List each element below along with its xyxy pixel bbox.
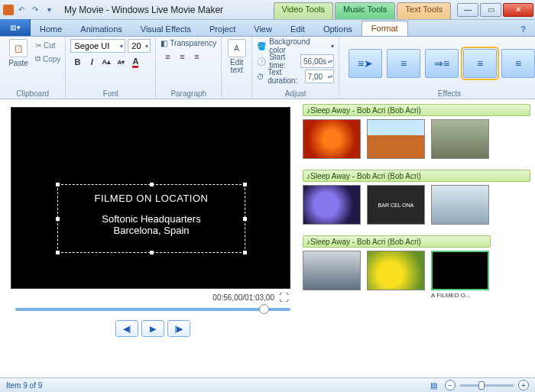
cut-button[interactable]: ✂Cut [35,39,60,51]
copy-icon: ⧉ [35,54,41,63]
font-family-combo[interactable]: Segoe UI [70,39,125,53]
align-right-button[interactable]: ≡ [190,50,203,63]
seek-thumb[interactable] [259,304,269,314]
status-bar: Item 9 of 9 ▤ − + [0,377,535,392]
bold-button[interactable]: B [70,55,84,69]
qat-dropdown-icon[interactable]: ▾ [43,4,55,16]
audio-track-2[interactable]: ♪ Sleep Away - Bob Acri (Bob Acri) [303,170,530,182]
effect-item-4[interactable]: ≡ [463,49,497,78]
clip-desert[interactable] [367,119,425,159]
effects-gallery: ≡➤ ≡ ⇒≡ ≡ ≡ ▴▾▿ [344,39,535,88]
clip-flower[interactable] [303,119,361,159]
transparency-icon: ◧ [160,39,167,47]
zoom-control: − + [445,380,529,390]
edit-text-label: Edit text [230,59,243,74]
group-label-edit-text [226,97,247,99]
tab-animations[interactable]: Animations [71,22,131,36]
tab-visual-effects[interactable]: Visual Effects [131,22,200,36]
storyboard-pane[interactable]: ♪ Sleep Away - Bob Acri (Bob Acri) ♪ Sle… [301,99,535,377]
font-color-button[interactable]: A [128,55,142,69]
titlebar: ↶ ↷ ▾ My Movie - Windows Live Movie Make… [0,0,535,20]
tab-options[interactable]: Options [314,22,362,36]
next-frame-button[interactable]: |▶ [167,320,190,337]
shrink-font-button[interactable]: A▾ [114,55,128,69]
group-adjust: 🪣Background color▾ 🕒Start time:56,00s ⏱T… [252,37,339,99]
zoom-in-button[interactable]: + [518,380,529,390]
edit-text-button[interactable]: A Edit text [226,39,247,74]
fullscreen-icon[interactable]: ⛶ [279,292,289,303]
group-clipboard: 📋 Paste ✂Cut ⧉Copy Clipboard [0,37,66,99]
file-menu-button[interactable]: ▥▾ [0,19,31,36]
app-menu-icon[interactable] [3,5,14,15]
audio-track-1[interactable]: ♪ Sleep Away - Bob Acri (Bob Acri) [303,104,530,116]
undo-icon[interactable]: ↶ [15,4,28,16]
tab-view[interactable]: View [245,22,281,36]
maximize-button[interactable]: ▭ [480,3,501,17]
tool-tab-video[interactable]: Video Tools [274,2,333,19]
window-title: My Movie - Windows Live Movie Maker [58,5,274,15]
clip-group-1: ♪ Sleep Away - Bob Acri (Bob Acri) [303,104,530,159]
effect-item-2[interactable]: ≡ [387,49,420,78]
clip-title-card[interactable] [431,251,489,290]
clip-koala[interactable] [431,119,489,159]
tab-project[interactable]: Project [200,22,245,36]
text-line-1: FILMED ON LOCATION [58,193,245,204]
duration-icon: ⏱ [257,73,264,81]
transparency-button[interactable]: ◧Transparency [160,39,216,47]
tool-tab-music[interactable]: Music Tools [335,2,395,19]
main-area: FILMED ON LOCATION Softonic Headquarters… [0,99,535,377]
effect-item-5[interactable]: ≡ [501,49,535,78]
seek-bar[interactable] [15,308,290,311]
zoom-thumb[interactable] [478,381,485,390]
minimize-button[interactable]: — [457,3,478,17]
group-label-effects: Effects [344,89,535,99]
clip-tulips[interactable] [367,251,425,290]
prev-frame-button[interactable]: ◀| [115,320,138,337]
zoom-out-button[interactable]: − [445,380,456,390]
window-controls: — ▭ ✕ [457,3,535,17]
thumbnail-size-icon[interactable]: ▤ [430,381,437,390]
grow-font-button[interactable]: A▴ [99,55,113,69]
effect-item-3[interactable]: ⇒≡ [425,49,459,78]
clip-bcn[interactable]: BAR CEL ONA [367,185,425,225]
close-button[interactable]: ✕ [503,3,533,17]
clip-office[interactable] [431,185,489,225]
play-button[interactable]: ▶ [141,320,164,337]
tab-format[interactable]: Format [362,21,408,36]
text-edit-box[interactable]: FILMED ON LOCATION Softonic Headquarters… [57,184,245,253]
start-time-input[interactable]: 56,00s [300,54,334,68]
zoom-slider[interactable] [460,384,514,387]
audio-track-3[interactable]: ♪ Sleep Away - Bob Acri (Bob Acri) [303,235,491,248]
tool-tab-text[interactable]: Text Tools [397,2,451,19]
help-button[interactable]: ? [511,22,535,36]
tab-home[interactable]: Home [31,22,71,36]
background-color-button[interactable]: 🪣Background color▾ [257,39,334,53]
quick-access-toolbar: ↶ ↷ ▾ [0,4,58,16]
group-edit-text: A Edit text [222,37,252,99]
italic-button[interactable]: I [85,55,99,69]
clock-icon: 🕒 [257,57,266,66]
copy-button[interactable]: ⧉Copy [35,53,60,65]
tab-edit[interactable]: Edit [281,22,314,36]
paste-label: Paste [8,59,28,67]
redo-icon[interactable]: ↷ [29,4,41,16]
text-duration-label: Text duration: [268,68,301,85]
cut-icon: ✂ [35,41,41,50]
group-paragraph: ◧Transparency ≡ ≡ ≡ Paragraph [156,37,222,99]
align-center-button[interactable]: ≡ [175,50,189,63]
clip-group-2: ♪ Sleep Away - Bob Acri (Bob Acri) BAR C… [303,170,530,225]
bucket-icon: 🪣 [257,42,266,50]
effect-item-1[interactable]: ≡➤ [349,49,382,78]
preview-monitor[interactable]: FILMED ON LOCATION Softonic Headquarters… [11,107,290,289]
paste-button[interactable]: 📋 Paste [5,39,32,67]
group-font: Segoe UI 20 B I A▴ A▾ A Font [66,37,156,99]
paste-icon: 📋 [9,39,28,57]
transport-controls: ◀| ▶ |▶ [11,320,295,337]
clip-computers[interactable] [303,251,361,290]
align-left-button[interactable]: ≡ [160,50,174,63]
preview-pane: FILMED ON LOCATION Softonic Headquarters… [0,99,301,377]
text-duration-input[interactable]: 7,00 [305,70,334,83]
font-size-combo[interactable]: 20 [128,39,151,53]
group-label-paragraph: Paragraph [160,89,216,99]
clip-softonic[interactable] [303,185,361,225]
